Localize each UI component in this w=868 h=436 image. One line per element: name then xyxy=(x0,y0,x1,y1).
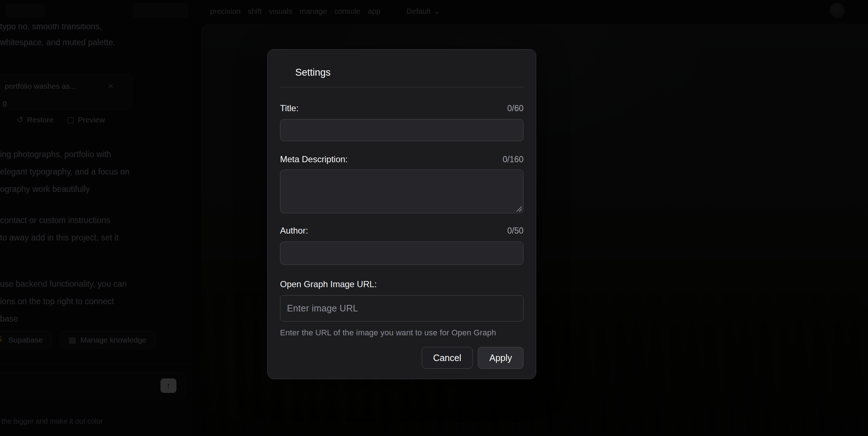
cancel-button[interactable]: Cancel xyxy=(422,347,473,369)
title-label: Title: xyxy=(280,103,299,113)
apply-button[interactable]: Apply xyxy=(478,347,523,369)
title-counter: 0/60 xyxy=(507,104,523,113)
author-input[interactable] xyxy=(280,242,523,265)
dialog-actions: Cancel Apply xyxy=(280,347,523,369)
settings-dialog: Settings Title: 0/60 Meta Description: 0… xyxy=(267,49,536,379)
dialog-title: Settings xyxy=(295,67,523,78)
dialog-divider xyxy=(280,87,523,87)
meta-description-field-header: Meta Description: 0/160 xyxy=(280,154,523,164)
og-image-field-header: Open Graph Image URL: xyxy=(280,279,523,289)
meta-description-counter: 0/160 xyxy=(502,155,523,164)
author-counter: 0/50 xyxy=(507,226,523,236)
title-field-header: Title: 0/60 xyxy=(280,103,523,113)
og-image-url-input[interactable] xyxy=(280,295,523,322)
author-field-header: Author: 0/50 xyxy=(280,226,523,236)
meta-description-textarea[interactable] xyxy=(280,169,523,213)
meta-description-label: Meta Description: xyxy=(280,154,348,164)
og-image-helper-text: Enter the URL of the image you want to u… xyxy=(280,328,523,338)
title-input[interactable] xyxy=(280,119,523,141)
author-label: Author: xyxy=(280,226,308,236)
og-image-url-label: Open Graph Image URL: xyxy=(280,279,377,289)
screen: precision shift visuals manage console a… xyxy=(0,0,868,436)
